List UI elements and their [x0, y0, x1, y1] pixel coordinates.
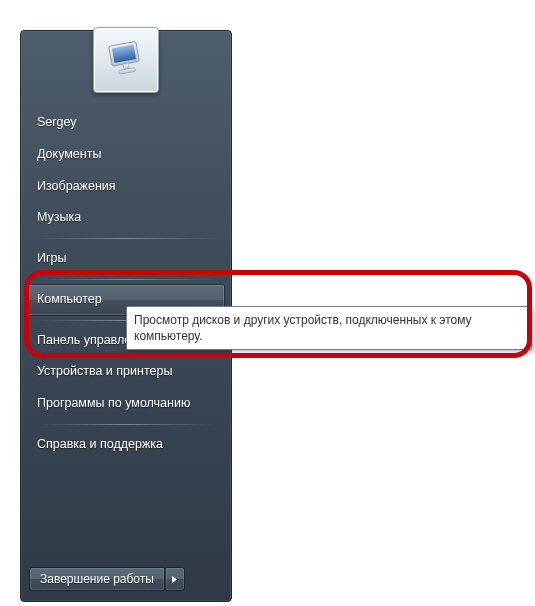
- shutdown-button[interactable]: Завершение работы: [29, 567, 165, 591]
- shutdown-split-button: Завершение работы: [29, 567, 185, 591]
- computer-monitor-icon: [104, 38, 148, 82]
- tooltip: Просмотр дисков и других устройств, подк…: [126, 306, 532, 350]
- start-menu-items: Sergey Документы Изображения Музыка Игры…: [27, 107, 225, 461]
- menu-separator: [35, 279, 217, 280]
- menu-separator: [35, 238, 217, 239]
- shutdown-options-button[interactable]: [165, 567, 185, 591]
- menu-item-games[interactable]: Игры: [27, 243, 225, 275]
- menu-separator: [35, 424, 217, 425]
- user-picture-frame[interactable]: [93, 27, 159, 93]
- menu-item-music[interactable]: Музыка: [27, 202, 225, 234]
- menu-item-help-support[interactable]: Справка и поддержка: [27, 429, 225, 461]
- menu-item-devices-printers[interactable]: Устройства и принтеры: [27, 356, 225, 388]
- menu-item-default-programs[interactable]: Программы по умолчанию: [27, 388, 225, 420]
- triangle-right-icon: [171, 575, 178, 584]
- menu-item-user[interactable]: Sergey: [27, 107, 225, 139]
- menu-item-documents[interactable]: Документы: [27, 139, 225, 171]
- menu-item-pictures[interactable]: Изображения: [27, 171, 225, 203]
